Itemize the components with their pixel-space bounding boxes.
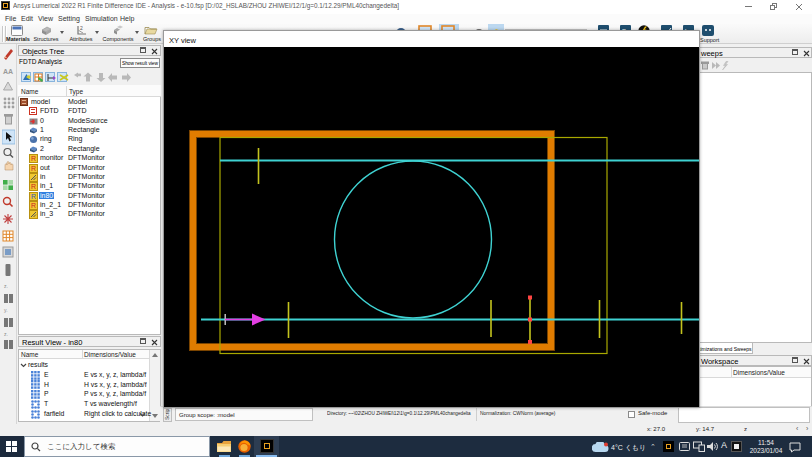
svg-text:R: R — [31, 165, 36, 172]
svg-text:R: R — [31, 155, 36, 162]
svg-text:2: 2 — [80, 25, 83, 31]
svg-text:R: R — [31, 193, 36, 200]
svg-text:z.: z. — [4, 283, 8, 289]
svg-text:R: R — [31, 183, 36, 190]
svg-text:z.: z. — [4, 331, 8, 337]
svg-text:AA: AA — [3, 68, 13, 75]
svg-text:R: R — [31, 202, 36, 209]
svg-text:y.: y. — [4, 307, 8, 313]
